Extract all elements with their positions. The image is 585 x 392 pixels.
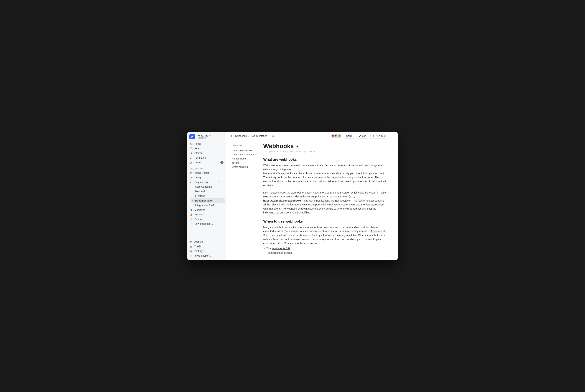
plus-icon xyxy=(190,222,193,225)
collection-engineering[interactable]: Engineering xyxy=(188,180,225,184)
workspace-name: Acme, Inc xyxy=(197,134,208,137)
sort-icon[interactable] xyxy=(217,181,220,183)
collection-brand-design[interactable]: Brand Design xyxy=(188,170,225,175)
svg-point-6 xyxy=(190,172,191,173)
archive-icon xyxy=(190,240,193,243)
doc-label: Integrations & API xyxy=(195,204,215,207)
breadcrumb-engineering[interactable]: Engineering xyxy=(234,134,247,138)
nav-starred[interactable]: Starred xyxy=(188,151,225,155)
code-event: Event xyxy=(358,199,366,202)
toc-item[interactable]: When to use webhooks xyxy=(232,152,262,156)
flask-icon xyxy=(190,213,193,216)
collections-heading: COLLECTIONS xyxy=(187,165,226,170)
doc-backend[interactable]: Backend xyxy=(190,189,225,194)
svg-point-4 xyxy=(190,158,191,159)
app-window: A Acme, Inc ▼ TOM MOOR Home Search xyxy=(187,132,398,260)
caret-down-icon: ▼ xyxy=(209,135,211,137)
more-menu-button[interactable] xyxy=(389,133,395,139)
paragraph: Metaphorically, webhooks are like a phon… xyxy=(263,172,387,188)
collection-marketing[interactable]: Marketing xyxy=(188,208,225,212)
toc-item[interactable]: What are webhooks xyxy=(232,148,262,152)
toc-heading: CONTENTS xyxy=(232,145,262,147)
doc-integrations[interactable]: Integrations & API xyxy=(190,203,225,208)
nav-starred-label: Starred xyxy=(194,152,203,154)
doc-documentation[interactable]: Documentation xyxy=(190,198,225,203)
pencil-icon xyxy=(190,161,193,164)
document: Webhooks ★ You updated 12 minutes ago · … xyxy=(263,142,387,255)
collection-design[interactable]: Design xyxy=(188,175,225,180)
collection-label: Support xyxy=(194,218,203,220)
toc-toggle-icon[interactable] xyxy=(272,134,275,138)
collection-label: Research xyxy=(194,213,205,216)
text: immediately returns a xyxy=(344,230,370,232)
paragraph: Many events that occur within a Acme acc… xyxy=(263,225,387,245)
pencil-icon xyxy=(359,135,361,137)
list-item: Notifications of events xyxy=(266,251,387,255)
collection-support[interactable]: Support xyxy=(188,217,225,222)
text: The xyxy=(266,247,272,250)
trash-icon xyxy=(190,245,193,248)
share-button[interactable]: Share xyxy=(344,133,354,139)
toc-item[interactable]: Authentication xyxy=(232,156,262,161)
new-collection[interactable]: New collection… xyxy=(188,222,225,226)
svg-point-18 xyxy=(191,251,192,252)
text: ). The Acme notifications are xyxy=(302,199,335,202)
toc-item[interactable]: Testing xyxy=(232,161,262,165)
viewer-avatars[interactable]: 🧑🏽 👩🏻 👨🏼 xyxy=(331,134,342,138)
svg-point-27 xyxy=(392,136,392,136)
clipboard-icon xyxy=(190,209,193,211)
new-collection-label: New collection… xyxy=(194,222,213,225)
search-icon xyxy=(190,147,193,150)
nav-drafts[interactable]: Drafts 3 xyxy=(188,160,225,165)
list-item: The Item Intents API xyxy=(266,246,387,251)
nav-drafts-label: Drafts xyxy=(194,161,201,164)
doc-core-concepts[interactable]: Core Concepts xyxy=(190,184,225,189)
nav-search-label: Search xyxy=(194,147,202,150)
svg-point-8 xyxy=(192,172,192,173)
link-create-item[interactable]: create an item xyxy=(328,230,344,232)
doc-label: Backend xyxy=(195,190,205,193)
collection-research[interactable]: Research xyxy=(188,212,225,217)
nav-invite[interactable]: Invite people… xyxy=(188,253,225,258)
nav-settings[interactable]: Settings xyxy=(188,249,225,253)
code-item: Item xyxy=(370,230,377,233)
collection-label: Design xyxy=(194,176,202,179)
document-title: Webhooks xyxy=(263,142,294,150)
nav-templates[interactable]: Templates xyxy=(188,155,225,160)
edit-button[interactable]: Edit xyxy=(357,133,368,139)
bulb-icon xyxy=(190,218,193,220)
topbar: Engineering / Documentation / 🧑🏽 👩🏻 👨🏼 S… xyxy=(226,132,398,140)
workspace-user: TOM MOOR xyxy=(197,137,211,139)
doc-frontend[interactable]: Frontend xyxy=(190,194,225,198)
breadcrumbs: Engineering / Documentation / xyxy=(229,134,269,138)
link-event[interactable]: Event xyxy=(335,199,342,202)
keyboard-shortcuts-icon[interactable] xyxy=(390,254,393,258)
nav-archive[interactable]: Archive xyxy=(188,240,225,244)
link-item-intents[interactable]: Item Intents API xyxy=(272,247,290,250)
text: objects. This xyxy=(342,199,358,202)
table-of-contents: CONTENTS What are webhooks When to use w… xyxy=(226,140,262,260)
workspace-switcher[interactable]: A Acme, Inc ▼ TOM MOOR xyxy=(187,132,226,140)
svg-point-7 xyxy=(191,172,191,172)
toc-item[interactable]: Event handling xyxy=(232,165,262,169)
nav-archive-label: Archive xyxy=(194,240,203,243)
sidebar: A Acme, Inc ▼ TOM MOOR Home Search xyxy=(187,132,226,260)
collection-label: Engineering xyxy=(194,181,208,184)
svg-point-11 xyxy=(223,182,223,182)
disclosure-icon xyxy=(192,200,194,202)
document-scroll[interactable]: Webhooks ★ You updated 12 minutes ago · … xyxy=(262,140,398,260)
breadcrumb-documentation[interactable]: Documentation xyxy=(250,134,267,138)
more-icon[interactable] xyxy=(221,181,223,183)
star-toggle-icon[interactable]: ★ xyxy=(296,144,299,148)
nav-trash[interactable]: Trash xyxy=(188,244,225,249)
svg-line-1 xyxy=(192,149,192,150)
svg-rect-13 xyxy=(191,209,192,209)
nav-home[interactable]: Home xyxy=(188,142,225,146)
templates-icon xyxy=(190,156,193,159)
nav-search[interactable]: Search xyxy=(188,146,225,151)
svg-point-9 xyxy=(221,182,222,182)
new-doc-button[interactable]: New doc xyxy=(370,133,387,139)
workspace-badge: A xyxy=(189,134,195,139)
gear-icon xyxy=(190,250,193,252)
nav-home-label: Home xyxy=(194,142,201,145)
